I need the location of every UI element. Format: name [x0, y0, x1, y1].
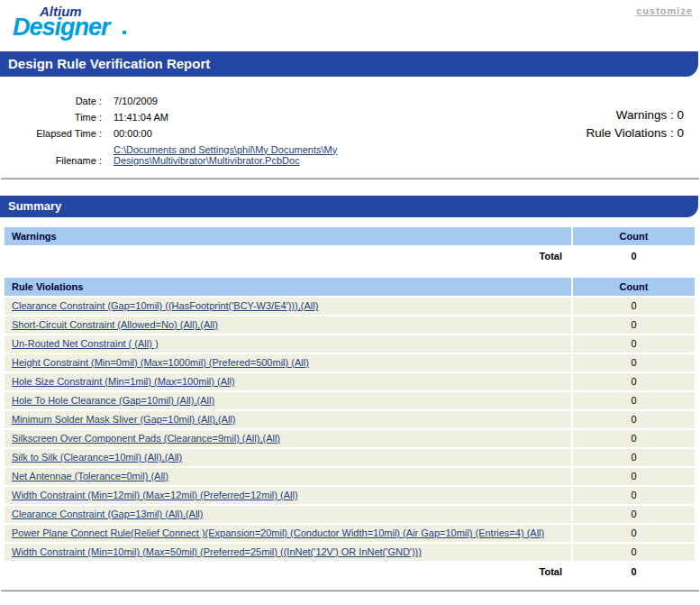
filename-label: Filename :: [0, 142, 102, 170]
rule-violation-row: Silk to Silk (Clearance=10mil) (All),(Al…: [5, 449, 695, 466]
warnings-count: 0: [677, 108, 684, 122]
rule-link[interactable]: Power Plane Connect Rule(Relief Connect …: [12, 527, 544, 538]
rule-violation-row: Net Antennae (Tolerance=0mil) (All) 0: [5, 468, 695, 485]
rule-violation-row: Un-Routed Net Constraint ( (All) ) 0: [5, 335, 695, 353]
logo-designer-text: Designer: [13, 14, 110, 41]
rule-link[interactable]: Clearance Constraint (Gap=10mil) ((HasFo…: [12, 300, 318, 311]
rule-violation-row: Short-Circuit Constraint (Allowed=No) (A…: [5, 316, 695, 334]
warnings-count-header-cell: Count: [573, 227, 695, 245]
rule-count: 0: [573, 335, 695, 353]
report-info-grid: Date : 7/10/2009 Time : 11:41:04 AM Elap…: [0, 94, 375, 170]
rule-count: 0: [573, 525, 695, 542]
time-label: Time :: [0, 110, 102, 126]
elapsed-time-value: 00:00:00: [102, 126, 375, 142]
rule-count: 0: [573, 298, 695, 315]
date-label: Date :: [0, 94, 102, 110]
rule-violations-header-cell: Rule Violations: [5, 278, 571, 296]
report-info-section: Date : 7/10/2009 Time : 11:41:04 AM Elap…: [0, 94, 700, 170]
rule-violation-row: Hole To Hole Clearance (Gap=10mil) (All)…: [5, 392, 695, 409]
info-row-time: Time : 11:41:04 AM: [0, 110, 375, 126]
rule-link[interactable]: Net Antennae (Tolerance=0mil) (All): [12, 471, 168, 481]
filename-link[interactable]: C:\Documents and Settings\phil\My Docume…: [114, 144, 375, 166]
rule-count: 0: [573, 430, 695, 447]
info-row-elapsed-time: Elapsed Time : 00:00:00: [0, 126, 375, 142]
rule-violation-row: Minimum Solder Mask Sliver (Gap=10mil) (…: [5, 411, 695, 428]
logo-trademark-dot: [123, 31, 126, 34]
warnings-table-header-row: Warnings Count: [5, 227, 695, 245]
violations-rows: Clearance Constraint (Gap=10mil) ((HasFo…: [5, 298, 695, 561]
customize-link[interactable]: customize: [636, 5, 693, 16]
warnings-total-row: Total 0: [5, 247, 695, 265]
warnings-stat: Warnings : 0: [586, 106, 684, 124]
rule-link[interactable]: Hole Size Constraint (Min=1mil) (Max=100…: [12, 376, 235, 387]
info-row-filename: Filename : C:\Documents and Settings\phi…: [0, 142, 375, 170]
warnings-total-value: 0: [573, 247, 695, 265]
rule-violation-row: Hole Size Constraint (Min=1mil) (Max=100…: [5, 373, 695, 390]
rule-violation-row: Silkscreen Over Component Pads (Clearanc…: [5, 430, 695, 447]
rule-link[interactable]: Width Constraint (Min=12mil) (Max=12mil)…: [12, 490, 298, 500]
rule-link[interactable]: Height Constraint (Min=0mil) (Max=1000mi…: [12, 357, 309, 368]
warnings-header-cell: Warnings: [5, 227, 571, 245]
report-title-bar: Design Rule Verification Report: [0, 51, 698, 77]
rule-violation-row: Height Constraint (Min=0mil) (Max=1000mi…: [5, 354, 695, 371]
summary-heading: Summary: [8, 199, 61, 213]
rule-violations-stat: Rule Violations : 0: [586, 124, 684, 142]
rule-link[interactable]: Short-Circuit Constraint (Allowed=No) (A…: [12, 319, 218, 330]
rule-link[interactable]: Un-Routed Net Constraint ( (All) ): [12, 338, 159, 349]
page-title: Design Rule Verification Report: [8, 56, 210, 71]
rule-count: 0: [573, 373, 695, 390]
rule-count: 0: [573, 316, 695, 334]
rule-count: 0: [573, 354, 695, 371]
rule-link[interactable]: Silk to Silk (Clearance=10mil) (All),(Al…: [12, 452, 182, 463]
rule-violations-count: 0: [677, 126, 684, 140]
warnings-total-label: Total: [5, 247, 571, 265]
rule-link[interactable]: Clearance Constraint (Gap=13mil) (All),(…: [12, 509, 203, 519]
rule-violation-row: Clearance Constraint (Gap=13mil) (All),(…: [5, 506, 695, 523]
elapsed-time-label: Elapsed Time :: [0, 126, 102, 142]
rule-violation-row: Clearance Constraint (Gap=10mil) ((HasFo…: [5, 298, 695, 315]
rule-violation-row: Power Plane Connect Rule(Relief Connect …: [5, 525, 695, 542]
rule-link[interactable]: Hole To Hole Clearance (Gap=10mil) (All)…: [12, 395, 214, 406]
rule-count: 0: [573, 392, 695, 409]
altium-designer-logo: Altium Designer: [7, 2, 142, 45]
time-value: 11:41:04 AM: [102, 110, 375, 126]
warnings-table: Warnings Count Total 0: [5, 227, 695, 265]
violations-table-header-row: Rule Violations Count: [5, 278, 695, 296]
rule-count: 0: [573, 468, 695, 485]
violations-total-row: Total 0: [5, 563, 695, 581]
info-row-date: Date : 7/10/2009: [0, 94, 375, 110]
horizontal-divider: [1, 590, 699, 591]
report-stats: Warnings : 0 Rule Violations : 0: [586, 94, 700, 170]
violations-count-header-cell: Count: [573, 278, 695, 296]
rule-violations-table: Rule Violations Count Clearance Constrai…: [5, 278, 695, 581]
rule-count: 0: [573, 449, 695, 466]
rule-link[interactable]: Silkscreen Over Component Pads (Clearanc…: [12, 433, 280, 444]
rule-count: 0: [573, 411, 695, 428]
date-value: 7/10/2009: [102, 94, 375, 110]
violations-total-label: Total: [5, 563, 571, 581]
violations-total-value: 0: [573, 563, 695, 581]
top-bar: Altium Designer customize: [0, 0, 700, 51]
rule-violation-row: Width Constraint (Min=10mil) (Max=50mil)…: [5, 544, 695, 561]
rule-count: 0: [573, 544, 695, 561]
rule-violation-row: Width Constraint (Min=12mil) (Max=12mil)…: [5, 487, 695, 504]
rule-count: 0: [573, 506, 695, 523]
summary-section-bar: Summary: [0, 196, 698, 217]
rule-count: 0: [573, 487, 695, 504]
rule-link[interactable]: Width Constraint (Min=10mil) (Max=50mil)…: [12, 546, 422, 557]
rule-link[interactable]: Minimum Solder Mask Sliver (Gap=10mil) (…: [12, 414, 235, 425]
horizontal-divider: [1, 178, 699, 179]
